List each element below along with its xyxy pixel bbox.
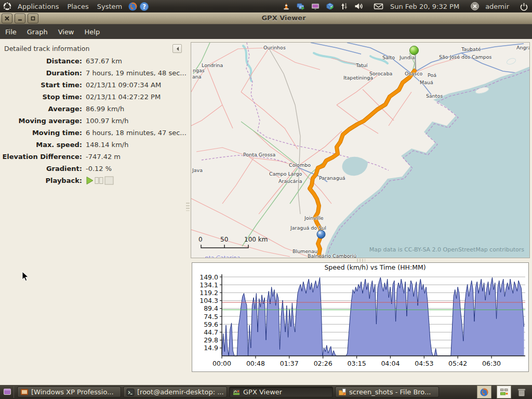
firefox-tray-svg <box>480 388 489 397</box>
map-view[interactable]: OurinhosLondrinangasanaTatuíItapetininga… <box>191 42 530 258</box>
map-label: Mauá <box>420 79 433 85</box>
terminal-icon <box>126 388 135 396</box>
applet-icon[interactable] <box>497 385 511 398</box>
map-label: Jundiaí <box>400 55 416 60</box>
stop-button[interactable] <box>105 177 113 184</box>
map-label: ngas <box>193 68 205 73</box>
track-info-value: 7 hours, 19 minutes, 48 sec... <box>86 69 187 77</box>
start-marker-icon <box>410 46 419 55</box>
shared-windows-icon[interactable] <box>296 1 306 11</box>
vlc-icon[interactable] <box>281 1 291 11</box>
play-button[interactable] <box>87 177 93 184</box>
minimize-icon <box>18 16 22 21</box>
horizontal-splitter-grip[interactable] <box>357 259 365 262</box>
me-menu-icon[interactable] <box>470 1 480 11</box>
ubuntu-logo-icon[interactable] <box>2 1 12 11</box>
y-tick-label: 44.7 <box>204 328 218 336</box>
help-svg: ? <box>139 2 149 11</box>
maximize-icon <box>31 16 35 21</box>
track-info-row: Elevation Difference:-747.42 m <box>0 151 185 163</box>
track-info-value: 637.67 km <box>86 57 122 65</box>
taskbar-button-label: [Windows XP Professio... <box>31 388 114 396</box>
menu-graph[interactable]: Graph <box>22 25 53 38</box>
x-tick-label: 01:37 <box>280 360 299 367</box>
taskbar-window-list: [Windows XP Professio...[root@ademir-des… <box>17 387 439 397</box>
ubuntu-logo-svg <box>3 2 12 11</box>
x-tick-label: 00:48 <box>246 360 265 367</box>
track-info-label: Average: <box>0 105 82 113</box>
menu-file[interactable]: File <box>0 25 22 38</box>
top-panel-menus: ApplicationsPlacesSystem <box>14 1 126 12</box>
help-icon[interactable]: ? <box>139 1 149 11</box>
track-info-row: Duration:7 hours, 19 minutes, 48 sec... <box>0 67 185 79</box>
minimize-button[interactable] <box>15 14 25 23</box>
taskbar-button[interactable]: screen_shots - File Bro... <box>335 387 439 397</box>
gpx-app-icon <box>232 388 241 396</box>
mail-icon[interactable] <box>374 1 384 11</box>
firefox-taskbar-icon[interactable] <box>477 385 491 398</box>
y-tick-label: 149.0 <box>200 273 218 281</box>
track-info-label: Moving time: <box>0 129 82 137</box>
vm-window-icon <box>20 388 29 396</box>
firefox-svg <box>128 2 138 11</box>
playback-slider-bar1[interactable] <box>95 178 99 184</box>
mail-svg <box>374 2 383 10</box>
window-controls <box>2 14 38 23</box>
window-titlebar[interactable]: GPX Viewer <box>0 12 532 24</box>
map-label: Salto <box>382 55 395 60</box>
scale-label-0: 0 <box>198 236 203 243</box>
top-menu-system[interactable]: System <box>93 1 126 12</box>
firefox-launcher-icon[interactable] <box>127 1 138 11</box>
applet-svg <box>500 388 509 396</box>
package-sync-icon[interactable] <box>325 1 335 11</box>
track-info-row: Gradient:-0.12 % <box>0 163 185 175</box>
trash-icon[interactable] <box>516 387 527 397</box>
map-attribution: Map data is CC-BY-SA 2.0 OpenStreetMap c… <box>369 246 524 253</box>
track-info-header-row: Detailed track information <box>0 42 185 55</box>
track-info-label: Max. speed: <box>0 141 82 149</box>
playback-controls-svg <box>86 176 119 185</box>
collapse-panel-button[interactable] <box>172 44 182 53</box>
playback-slider-bar2[interactable] <box>100 178 103 184</box>
menu-view[interactable]: View <box>53 25 79 38</box>
map-label: Araucária <box>278 178 302 184</box>
track-info-value: 148.14 km/h <box>86 141 128 149</box>
bottom-panel: [Windows XP Professio...[root@ademir-des… <box>0 385 532 399</box>
taskbar-button[interactable]: [root@ademir-desktop: ... <box>123 387 227 397</box>
taskbar-button[interactable]: [Windows XP Professio... <box>17 387 121 397</box>
user-menu[interactable]: ademir <box>484 3 510 10</box>
top-menu-applications[interactable]: Applications <box>14 1 63 12</box>
y-tick-label: 14.9 <box>204 344 218 352</box>
clock[interactable]: Sun Feb 20, 9:32 PM <box>388 3 461 10</box>
map-label: Joinville <box>304 215 324 221</box>
remote-screen-icon[interactable] <box>310 1 321 11</box>
y-tick-label: 89.4 <box>204 304 218 312</box>
track-info-value: -747.42 m <box>86 153 121 161</box>
map-label: Taubaté <box>461 46 481 52</box>
track-info-value: 6 hours, 18 minutes, 47 sec... <box>86 129 187 137</box>
x-tick-label: 03:15 <box>348 360 366 367</box>
map-label: Sorocaba <box>369 71 392 76</box>
power-icon[interactable] <box>518 1 529 11</box>
close-button[interactable] <box>2 14 12 23</box>
taskbar-button-label: screen_shots - File Bro... <box>349 388 431 396</box>
track-info-row: Max. speed:148.14 km/h <box>0 139 185 151</box>
power-svg <box>520 2 528 11</box>
track-info-value: 86.99 km/h <box>86 105 124 113</box>
top-menu-places[interactable]: Places <box>63 1 92 12</box>
track-info-label: Gradient: <box>0 165 82 172</box>
vertical-splitter-grip[interactable] <box>186 203 190 211</box>
track-info-value: -0.12 % <box>86 165 112 172</box>
track-info-label: Stop time: <box>0 93 82 101</box>
close-icon <box>5 16 9 21</box>
x-tick-label: 06:30 <box>482 360 501 367</box>
map-label: São José dos Campos <box>439 54 491 60</box>
chart-title: Speed (km/h) vs Time (HH:MM) <box>324 263 425 271</box>
taskbar-button[interactable]: GPX Viewer <box>229 387 333 397</box>
volume-icon[interactable] <box>354 1 364 11</box>
maximize-button[interactable] <box>28 14 38 23</box>
network-arrows-icon[interactable] <box>339 1 350 11</box>
menu-help[interactable]: Help <box>79 25 105 38</box>
show-desktop-icon <box>3 388 12 396</box>
show-desktop-button[interactable] <box>1 386 14 398</box>
